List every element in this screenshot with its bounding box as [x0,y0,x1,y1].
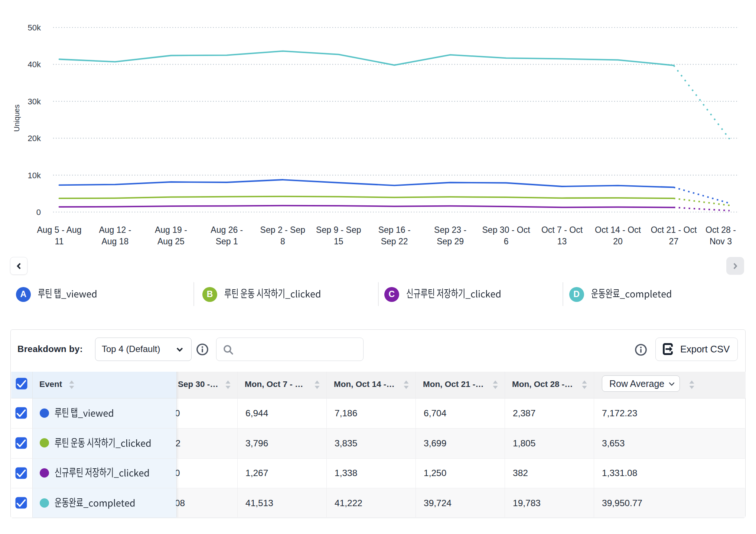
svg-text:Sep 30 - Oct: Sep 30 - Oct [482,225,531,235]
svg-text:50k: 50k [28,23,41,32]
svg-text:Sep 22: Sep 22 [381,237,408,246]
svg-text:11: 11 [55,237,64,246]
svg-text:Sep 23 -: Sep 23 - [434,225,466,235]
svg-text:40k: 40k [28,60,41,69]
svg-text:Oct 14 - Oct: Oct 14 - Oct [595,225,641,235]
svg-text:10k: 10k [28,171,41,180]
svg-text:Oct 21 - Oct: Oct 21 - Oct [651,225,697,235]
svg-text:20k: 20k [28,134,41,143]
svg-text:27: 27 [669,237,679,246]
svg-text:8: 8 [280,237,285,246]
svg-text:Uniques: Uniques [13,104,21,131]
svg-text:20: 20 [613,237,623,246]
svg-text:Nov 3: Nov 3 [710,237,732,246]
svg-text:Oct 7 - Oct: Oct 7 - Oct [541,225,583,235]
svg-text:15: 15 [334,237,343,246]
svg-text:Sep 29: Sep 29 [437,237,464,246]
svg-text:6: 6 [504,237,509,246]
svg-text:Aug 25: Aug 25 [157,237,185,246]
svg-text:13: 13 [557,237,567,246]
svg-text:30k: 30k [28,97,41,106]
svg-text:Sep 2 - Sep: Sep 2 - Sep [260,225,305,235]
svg-text:Aug 26 -: Aug 26 - [211,225,243,235]
svg-text:Aug 18: Aug 18 [101,237,128,246]
svg-text:0: 0 [36,208,41,217]
svg-text:Oct 28 -: Oct 28 - [706,225,736,235]
svg-text:Sep 1: Sep 1 [216,237,238,246]
svg-text:Sep 16 -: Sep 16 - [378,225,411,235]
svg-text:Aug 19 -: Aug 19 - [155,225,187,235]
svg-text:Sep 9 - Sep: Sep 9 - Sep [316,225,361,235]
svg-text:Aug 12 -: Aug 12 - [99,225,131,235]
svg-text:Aug 5 - Aug: Aug 5 - Aug [37,225,81,235]
